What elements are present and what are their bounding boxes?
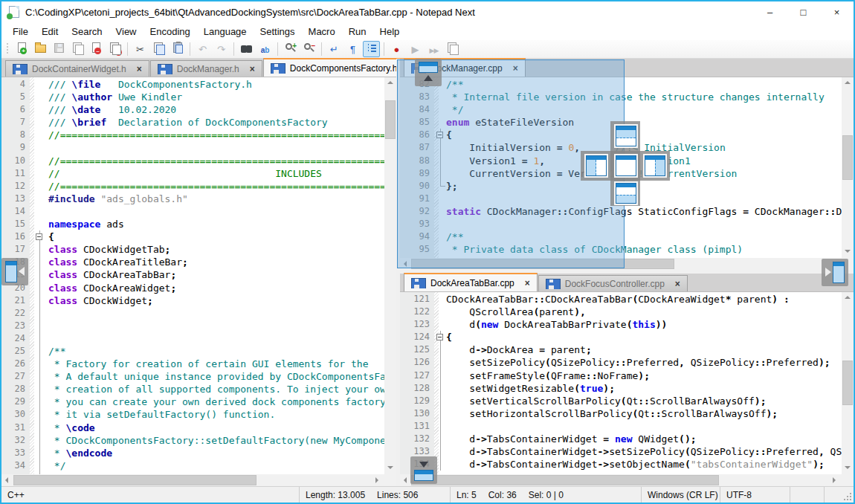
code-line[interactable]: 134 d->TabsContainerWidget->setObjectNam… [400,458,842,471]
code-line[interactable]: 132 d->TabsContainerWidget = new QWidget… [400,433,842,445]
code-line[interactable]: 130 setHorizontalScrollBarPolicy(Qt::Scr… [400,407,842,420]
scrollbar-thumb[interactable] [411,475,719,485]
menu-settings[interactable]: Settings [254,24,302,39]
code-line[interactable]: 12//====================================… [1,180,384,193]
fold-margin[interactable] [30,243,48,256]
tab-DockContainerWidget.h[interactable]: DockContainerWidget.h× [5,60,149,77]
code-line[interactable]: 19class CDockAreaTabBar; [1,268,384,281]
new-file-button[interactable]: + [13,41,30,57]
code-line[interactable]: 21class CDockWidget; [1,294,384,307]
fold-margin[interactable] [30,395,48,408]
close-tab-icon[interactable]: × [675,280,680,288]
title-bar[interactable]: C:\CodingXP\cetoni_projects_64bit\QtAdva… [1,1,854,22]
scroll-right-icon[interactable] [830,474,842,486]
fold-margin[interactable] [30,205,48,218]
fold-margin[interactable] [30,193,48,205]
code-line[interactable]: 13#include "ads_globals.h" [1,193,384,205]
code-line[interactable]: 27 * A default unique instance provided … [1,370,384,383]
code-line[interactable]: 128 setWidgetResizable(true); [400,382,842,395]
scroll-right-icon[interactable] [372,474,384,486]
indentation-guides-button[interactable] [363,41,380,57]
scroll-up-icon[interactable] [842,77,854,89]
scrollbar-thumb[interactable] [13,475,256,485]
save-button[interactable] [51,41,68,57]
fold-margin[interactable] [434,382,446,395]
fold-margin[interactable] [30,91,48,103]
code-line[interactable]: 16{ [1,230,384,243]
fold-margin[interactable] [434,395,446,407]
code-line[interactable]: 11// INCLUDES [1,167,384,180]
fold-margin[interactable] [30,370,48,383]
fold-margin[interactable] [434,369,446,382]
fold-collapse-icon[interactable] [436,334,443,340]
dock-top-indicator[interactable] [615,125,637,147]
fold-margin[interactable] [30,167,48,180]
fold-margin[interactable] [30,472,48,474]
close-button[interactable]: – [88,41,105,57]
code-line[interactable]: 18class CDockAreaTitleBar; [1,256,384,268]
menu-macro[interactable]: Macro [302,24,342,39]
fold-margin[interactable] [30,294,48,307]
dock-right-indicator[interactable] [644,155,666,177]
menu-view[interactable]: View [109,24,143,39]
code-line[interactable]: 122 QScrollArea(parent), [400,306,842,318]
macro-save-button[interactable] [444,41,461,57]
code-line[interactable]: 10//====================================… [1,155,384,167]
scrollbar-thumb[interactable] [385,100,396,139]
fold-margin[interactable] [30,434,48,447]
code-line[interactable]: 30 * it via setDefaultFactory() function… [1,408,384,421]
fold-margin[interactable] [30,459,48,472]
paste-button[interactable] [169,41,186,57]
dock-edge-top-indicator[interactable] [415,59,442,86]
maximize-button[interactable]: □ [787,1,820,22]
scroll-up-icon[interactable] [842,292,854,304]
menu-file[interactable]: File [6,24,35,39]
resize-grip-icon[interactable] [843,492,852,501]
tab-DockFocusController.cpp[interactable]: DockFocusController.cpp× [538,275,688,291]
fold-margin[interactable] [434,306,446,318]
scroll-down-icon[interactable] [842,462,854,474]
code-line[interactable]: 8//=====================================… [1,129,384,141]
fold-margin[interactable] [434,318,446,331]
fold-margin[interactable] [30,141,48,154]
code-line[interactable]: 124{ [400,331,842,343]
fold-margin[interactable] [30,256,48,268]
copy-button[interactable] [150,41,167,57]
macro-record-button[interactable]: ● [388,41,405,57]
code-line[interactable]: 34 */ [1,459,384,472]
fold-margin[interactable] [434,407,446,420]
code-line[interactable]: 125 d->DockArea = parent; [400,343,842,356]
dock-edge-right-indicator[interactable] [822,259,848,286]
code-line[interactable]: 14 [1,205,384,218]
fold-margin[interactable] [434,331,446,343]
fold-margin[interactable] [30,383,48,395]
tab-DockAreaTabBar.cpp[interactable]: DockAreaTabBar.cpp× [404,273,538,291]
fold-margin[interactable] [434,343,446,356]
fold-margin[interactable] [30,268,48,281]
menu-encoding[interactable]: Encoding [143,24,197,39]
code-line[interactable]: 20class CDockAreaWidget; [1,282,384,294]
fold-margin[interactable] [30,180,48,193]
code-line[interactable]: 121CDockAreaTabBar::CDockAreaTabBar(CDoc… [400,293,842,306]
replace-button[interactable]: ab [256,41,274,57]
cut-button[interactable]: ✂ [132,41,149,57]
show-all-characters-button[interactable]: ¶ [344,41,361,57]
fold-margin[interactable] [30,282,48,294]
fold-margin[interactable] [30,447,48,459]
fold-margin[interactable] [30,116,48,129]
tab-DockManager.h[interactable]: DockManager.h× [150,60,262,77]
open-file-button[interactable] [32,41,49,57]
dock-edge-left-indicator[interactable] [1,258,28,285]
code-line[interactable]: 131 [400,420,842,433]
redo-button[interactable]: ↷ [213,41,230,57]
menu-help[interactable]: Help [373,24,407,39]
scrollbar-thumb[interactable] [842,361,853,405]
dock-center-indicator[interactable] [615,155,637,177]
code-line[interactable]: 4/// \file DockComponentsFactory.h [1,78,384,91]
menu-edit[interactable]: Edit [35,24,65,39]
code-line[interactable]: 127 setFrameStyle(QFrame::NoFrame); [400,369,842,382]
fold-margin[interactable] [30,129,48,141]
code-line[interactable]: 15namespace ads [1,218,384,230]
code-line[interactable]: 7/// \brief Declaration of DockComponent… [1,116,384,129]
code-line[interactable]: 22 [1,307,384,320]
